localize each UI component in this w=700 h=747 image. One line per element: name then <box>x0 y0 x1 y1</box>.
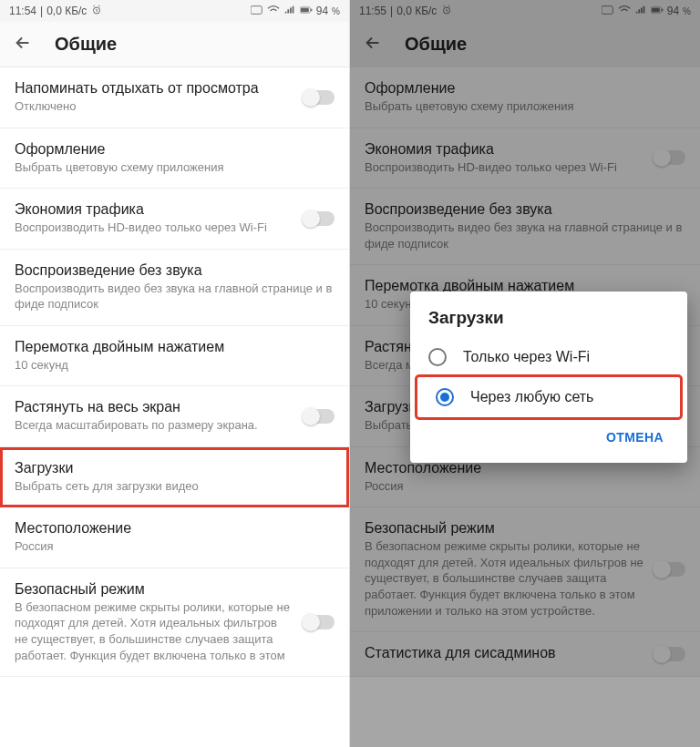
radio-icon[interactable] <box>428 348 447 366</box>
page-title: Общие <box>55 34 117 55</box>
radio-label: Только через Wi-Fi <box>463 349 590 365</box>
toggle[interactable] <box>304 211 335 226</box>
item-downloads[interactable]: ЗагрузкиВыбрать сеть для загрузки видео <box>0 447 349 508</box>
item-sub: В безопасном режиме скрыты ролики, котор… <box>15 599 293 663</box>
signal-icon <box>634 5 647 18</box>
item-zoom-fill[interactable]: Растянуть на весь экранВсегда масштабиро… <box>0 386 349 447</box>
status-speed: 0,0 КБ/с <box>46 5 87 17</box>
item-title: Воспроизведение без звука <box>365 201 685 218</box>
radio-label: Через любую сеть <box>470 389 593 405</box>
item-sub: Воспроизводить HD-видео только через Wi-… <box>15 220 293 236</box>
item-sub: Отключено <box>15 98 293 115</box>
item-title: Напоминать отдыхать от просмотра <box>15 80 293 97</box>
item-remind-rest[interactable]: Напоминать отдыхать от просмотраОтключен… <box>0 67 349 128</box>
item-stats-nerds[interactable]: Статистика для сисадминов <box>350 632 700 677</box>
item-sub: Выбрать сеть для загрузки видео <box>15 478 335 495</box>
status-speed: 0,0 КБ/с <box>396 5 437 17</box>
item-title: Загрузки <box>15 460 335 476</box>
volte-icon <box>251 5 263 18</box>
toggle[interactable] <box>654 647 685 661</box>
item-title: Экономия трафика <box>365 141 643 158</box>
settings-list[interactable]: Напоминать отдыхать от просмотраОтключен… <box>0 67 349 747</box>
wifi-icon <box>618 5 631 18</box>
item-title: Безопасный режим <box>365 520 643 537</box>
signal-icon <box>283 5 296 18</box>
item-theme[interactable]: ОформлениеВыбрать цветовую схему приложе… <box>0 128 349 189</box>
back-icon[interactable] <box>13 33 33 56</box>
status-bar: 11:54 | 0,0 КБ/с 94% <box>0 0 349 22</box>
item-restricted-mode[interactable]: Безопасный режимВ безопасном режиме скры… <box>0 568 349 677</box>
app-bar: Общие <box>350 22 700 67</box>
item-sub: Воспроизводить видео без звука на главно… <box>365 220 685 251</box>
item-data-saving[interactable]: Экономия трафикаВоспроизводить HD-видео … <box>350 128 700 189</box>
app-bar: Общие <box>0 22 349 67</box>
volte-icon <box>602 5 614 18</box>
battery-icon <box>300 5 313 18</box>
item-title: Экономия трафика <box>15 201 293 218</box>
svg-rect-4 <box>311 8 312 11</box>
item-muted-playback[interactable]: Воспроизведение без звукаВоспроизводить … <box>350 189 700 265</box>
svg-rect-3 <box>301 7 309 11</box>
svg-rect-8 <box>652 7 660 11</box>
item-title: Оформление <box>15 141 335 158</box>
item-sub: Выбрать цветовую схему приложения <box>15 159 335 176</box>
dialog-actions: ОТМЕНА <box>410 417 687 457</box>
status-time: 11:54 <box>9 5 36 17</box>
battery-icon <box>651 5 664 18</box>
status-battery: 94 <box>316 5 328 17</box>
item-title: Безопасный режим <box>15 581 293 598</box>
back-icon[interactable] <box>363 33 383 56</box>
item-sub: Всегда масштабировать по размеру экрана. <box>15 417 293 434</box>
item-theme[interactable]: ОформлениеВыбрать цветовую схему приложе… <box>350 67 700 128</box>
toggle[interactable] <box>304 409 335 424</box>
status-bar: 11:55 | 0,0 КБ/с 94% <box>350 0 700 22</box>
item-title: Воспроизведение без звука <box>15 262 335 279</box>
status-battery: 94 <box>667 5 679 17</box>
item-sub: 10 секунд <box>15 357 335 374</box>
item-sub: В безопасном режиме скрыты ролики, котор… <box>365 538 643 619</box>
status-time: 11:55 <box>359 5 386 17</box>
item-sub: Воспроизводить HD-видео только через Wi-… <box>365 159 643 176</box>
downloads-dialog: Загрузки Только через Wi-Fi Через любую … <box>410 292 687 463</box>
radio-icon[interactable] <box>436 388 454 406</box>
radio-option-wifi[interactable]: Только через Wi-Fi <box>410 337 687 377</box>
toggle[interactable] <box>654 150 685 165</box>
svg-rect-1 <box>251 5 262 14</box>
dialog-title: Загрузки <box>410 308 687 337</box>
toggle[interactable] <box>654 562 685 577</box>
screen-right: 11:55 | 0,0 КБ/с 94% Общие ОформлениеВыб… <box>350 0 700 747</box>
toggle[interactable] <box>304 615 335 629</box>
item-title: Перемотка двойным нажатием <box>15 339 335 355</box>
item-data-saving[interactable]: Экономия трафикаВоспроизводить HD-видео … <box>0 189 349 250</box>
item-location[interactable]: МестоположениеРоссия <box>0 507 349 568</box>
alarm-icon <box>90 5 103 18</box>
item-title: Растянуть на весь экран <box>15 399 293 415</box>
svg-rect-9 <box>662 8 663 11</box>
item-sub: Воспроизводить видео без звука на главно… <box>15 281 335 312</box>
page-title: Общие <box>405 34 467 55</box>
alarm-icon <box>440 5 453 18</box>
item-muted-playback[interactable]: Воспроизведение без звукаВоспроизводить … <box>0 250 349 326</box>
item-sub: Россия <box>15 538 335 555</box>
toggle[interactable] <box>304 90 335 105</box>
item-sub: Россия <box>365 478 685 495</box>
screen-left: 11:54 | 0,0 КБ/с 94% Общие Напоминать от… <box>0 0 350 747</box>
item-double-tap-seek[interactable]: Перемотка двойным нажатием10 секунд <box>0 326 349 387</box>
item-title: Местоположение <box>15 520 335 537</box>
item-sub: Выбрать цветовую схему приложения <box>365 98 685 115</box>
svg-rect-6 <box>602 5 612 14</box>
wifi-icon <box>267 5 280 18</box>
cancel-button[interactable]: ОТМЕНА <box>597 423 673 452</box>
radio-option-any-network[interactable]: Через любую сеть <box>417 377 680 417</box>
item-title: Статистика для сисадминов <box>365 645 643 661</box>
item-title: Оформление <box>365 80 685 97</box>
item-restricted-mode[interactable]: Безопасный режимВ безопасном режиме скры… <box>350 507 700 632</box>
